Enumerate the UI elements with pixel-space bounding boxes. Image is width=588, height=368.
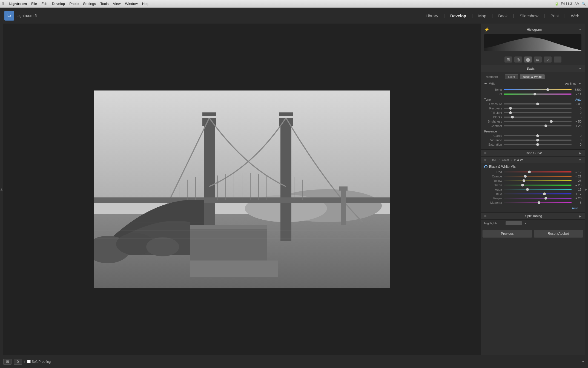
eyedropper-icon[interactable]: ✒	[484, 81, 487, 86]
nav-slideshow[interactable]: Slideshow	[515, 12, 543, 19]
blue-slider-thumb[interactable]	[543, 193, 546, 195]
soft-proofing-checkbox[interactable]: Soft Proofing	[27, 360, 51, 364]
menu-file[interactable]: File	[31, 2, 37, 6]
tint-slider-thumb[interactable]	[533, 93, 536, 95]
view-mode-btn[interactable]: ▩	[3, 359, 12, 365]
circle-filled-tool-icon[interactable]: ⬤	[524, 56, 532, 63]
soft-proofing-input[interactable]	[27, 360, 31, 363]
saturation-slider-track[interactable]	[504, 144, 572, 145]
circle-outline-tool-icon[interactable]: ○	[544, 56, 552, 63]
green-slider-track[interactable]	[504, 185, 572, 186]
vibrance-slider-thumb[interactable]	[536, 139, 539, 141]
blacks-slider-track[interactable]	[504, 117, 572, 118]
highlights-dropdown-arrow[interactable]: ▼	[524, 222, 527, 225]
basic-collapse-arrow[interactable]: ▼	[579, 67, 581, 70]
bw-auto-btn[interactable]: Auto	[572, 206, 578, 210]
orange-slider-track[interactable]	[504, 176, 572, 177]
right-panel-arrow[interactable]: ▶	[585, 24, 588, 355]
left-panel[interactable]: ◀	[0, 24, 3, 355]
nav-book[interactable]: Book	[494, 12, 512, 19]
fill-light-slider-track[interactable]	[504, 112, 572, 113]
green-slider-thumb[interactable]	[521, 184, 524, 186]
hsl-tab[interactable]: HSL	[489, 158, 499, 162]
menu-help[interactable]: Help	[142, 2, 150, 6]
footer-dropdown-arrow[interactable]: ▼	[581, 360, 585, 364]
search-icon[interactable]: 🔍	[582, 2, 586, 6]
nav-print[interactable]: Print	[546, 12, 563, 19]
nav-map[interactable]: Map	[474, 12, 491, 19]
apple-logo[interactable]: 	[2, 1, 4, 6]
magenta-slider-thumb[interactable]	[538, 201, 540, 204]
menu-edit[interactable]: Edit	[41, 2, 47, 6]
exposure-slider-track[interactable]	[504, 103, 572, 104]
auto-tone-btn[interactable]: Auto	[575, 98, 581, 101]
menu-develop[interactable]: Develop	[52, 2, 65, 6]
nav-library[interactable]: Library	[421, 12, 443, 19]
menu-lightroom[interactable]: Lightroom	[9, 2, 27, 6]
color-treatment-btn[interactable]: Color	[505, 74, 518, 79]
blacks-slider-thumb[interactable]	[511, 116, 514, 118]
recovery-slider-track[interactable]	[504, 108, 572, 109]
purple-slider-thumb[interactable]	[544, 197, 547, 200]
circle-tool-icon[interactable]: ◎	[514, 56, 522, 63]
blacks-value: 5	[573, 115, 581, 119]
flags-btn[interactable]: ♁	[14, 359, 22, 365]
recovery-slider-thumb[interactable]	[509, 107, 512, 110]
exposure-slider-thumb[interactable]	[536, 103, 539, 105]
flash-icon[interactable]: ⚡	[484, 27, 490, 32]
red-slider-track[interactable]	[504, 171, 572, 172]
wb-value[interactable]: As Shot	[565, 82, 576, 85]
minus-tool-icon[interactable]: —	[554, 56, 561, 63]
blue-slider-track[interactable]	[504, 193, 572, 194]
tint-slider-track[interactable]	[504, 94, 572, 95]
nav-develop[interactable]: Develop	[446, 12, 471, 19]
hsl-collapse-arrow[interactable]: ▼	[579, 158, 581, 162]
nav-sep-6: |	[564, 13, 566, 18]
split-toning-section[interactable]: Split Toning ▶	[481, 213, 585, 220]
magenta-slider-track[interactable]	[504, 202, 572, 203]
yellow-slider-track[interactable]	[504, 180, 572, 181]
rect-tool-icon[interactable]: ▭	[534, 56, 542, 63]
temp-slider-track[interactable]	[504, 89, 572, 90]
red-slider-thumb[interactable]	[528, 171, 531, 173]
brightness-slider-track[interactable]	[504, 121, 572, 122]
clarity-slider-track[interactable]	[504, 135, 572, 136]
photo-area[interactable]	[3, 24, 481, 355]
yellow-value: – 25	[573, 179, 581, 182]
purple-slider-track[interactable]	[504, 198, 572, 199]
aqua-slider-thumb[interactable]	[526, 188, 529, 191]
saturation-slider-thumb[interactable]	[536, 143, 539, 146]
clarity-slider-thumb[interactable]	[536, 134, 539, 137]
menu-tools[interactable]: Tools	[100, 2, 108, 6]
bw-treatment-btn[interactable]: Black & White	[520, 74, 544, 79]
bw-mix-circle-icon[interactable]	[484, 165, 487, 168]
left-panel-arrow[interactable]: ◀	[0, 188, 3, 190]
temp-slider-thumb[interactable]	[546, 88, 549, 91]
highlights-swatch[interactable]	[506, 221, 522, 225]
wb-dropdown-arrow[interactable]: ▼	[578, 82, 581, 85]
menu-settings[interactable]: Settings	[83, 2, 96, 6]
vibrance-slider-track[interactable]	[504, 140, 572, 141]
menu-view[interactable]: View	[113, 2, 121, 6]
bw-tab[interactable]: B & W	[512, 158, 525, 162]
tone-curve-section[interactable]: Tone Curve ▶	[481, 150, 585, 157]
basic-section-header[interactable]: Basic ▼	[481, 65, 585, 72]
contrast-slider-thumb[interactable]	[544, 124, 547, 127]
menu-photo[interactable]: Photo	[69, 2, 79, 6]
contrast-slider-track[interactable]	[504, 125, 572, 126]
menu-window[interactable]: Window	[125, 2, 137, 6]
right-arrow-icon[interactable]: ▶	[585, 188, 587, 191]
fill-light-slider-thumb[interactable]	[509, 111, 512, 114]
color-tab[interactable]: Color	[500, 158, 511, 162]
grid-tool-icon[interactable]: ⊞	[504, 56, 512, 63]
aqua-slider-track[interactable]	[504, 189, 572, 190]
nav-web[interactable]: Web	[566, 12, 584, 19]
orange-slider-thumb[interactable]	[524, 175, 527, 178]
split-toning-arrow[interactable]: ▶	[579, 215, 581, 218]
histogram-collapse-arrow[interactable]: ▼	[579, 28, 581, 31]
previous-btn[interactable]: Previous	[483, 230, 532, 237]
tone-curve-arrow[interactable]: ▶	[579, 152, 581, 155]
brightness-slider-thumb[interactable]	[550, 120, 553, 123]
reset-btn[interactable]: Reset (Adobe)	[534, 230, 583, 237]
yellow-slider-thumb[interactable]	[523, 179, 525, 182]
